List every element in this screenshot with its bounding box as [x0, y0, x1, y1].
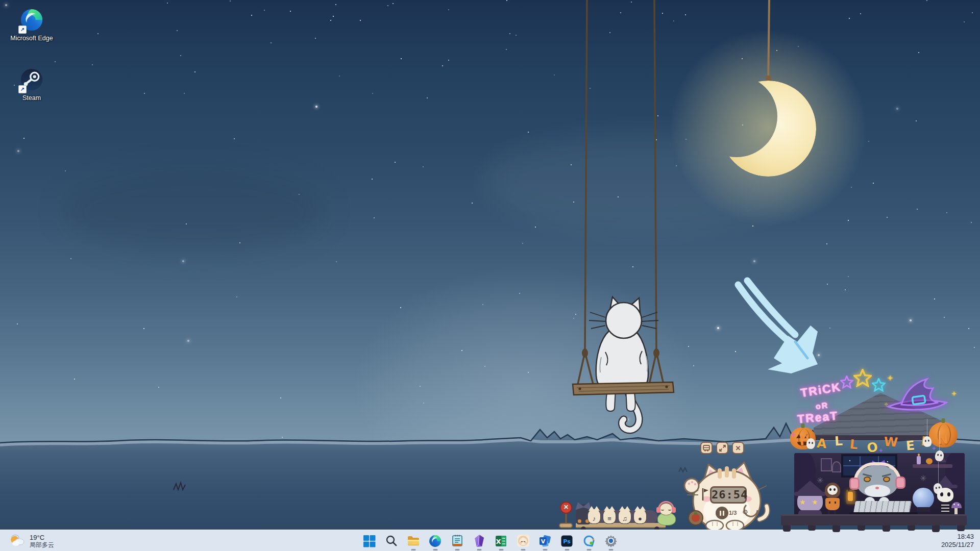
taskbar-search-button[interactable] — [380, 530, 402, 551]
star — [522, 243, 523, 244]
star — [896, 108, 898, 110]
taskbar-file-explorer-button[interactable] — [402, 530, 424, 551]
star — [848, 276, 849, 277]
star — [372, 179, 373, 180]
star — [972, 12, 973, 13]
notepad-icon — [451, 534, 463, 547]
star — [387, 5, 388, 6]
star — [315, 38, 316, 39]
star — [92, 64, 93, 65]
session-progress: 1/3 — [729, 510, 737, 516]
taskbar-photoshop-button[interactable]: Ps — [556, 530, 578, 551]
star — [290, 11, 291, 12]
tomato-badge[interactable] — [688, 510, 703, 525]
star — [472, 203, 473, 204]
taskbar-weather-widget[interactable]: 19°C 局部多云 — [7, 532, 57, 549]
star — [239, 242, 240, 243]
star — [187, 340, 189, 342]
taskbar-excel-button[interactable]: X — [490, 530, 512, 551]
taskbar-notepad-button[interactable] — [446, 530, 468, 551]
star — [448, 9, 449, 10]
dock-panel-button[interactable] — [700, 442, 713, 454]
star — [916, 120, 917, 121]
banner-letter: W — [884, 434, 899, 450]
taskbar-apps: X V — [358, 530, 622, 551]
star — [535, 227, 536, 228]
taskbar-visio-button[interactable]: V — [534, 530, 556, 551]
star — [194, 71, 195, 72]
star — [143, 328, 144, 329]
star — [55, 61, 56, 62]
star — [271, 42, 272, 43]
svg-text:X: X — [496, 537, 501, 545]
banner-letter: L — [849, 437, 859, 453]
star — [506, 49, 507, 50]
pause-button[interactable] — [716, 507, 728, 519]
headphones-icon — [853, 462, 901, 483]
desktop-icon-steam[interactable]: ↗ Steam — [7, 68, 56, 102]
candle — [917, 456, 921, 464]
star — [934, 298, 935, 299]
banner-letter: L — [835, 434, 843, 449]
cat-button-disc[interactable]: ● — [633, 509, 647, 524]
spider-web-icon: ✳ — [920, 473, 926, 483]
star — [182, 260, 184, 262]
star — [944, 317, 945, 318]
taskbar-pet-cat-app-button[interactable] — [512, 530, 534, 551]
star — [753, 260, 755, 262]
cat-button-music-note[interactable]: ♪ — [587, 509, 601, 524]
small-pumpkin — [926, 458, 933, 464]
svg-text:Ps: Ps — [563, 538, 571, 545]
star — [5, 4, 7, 6]
star — [372, 93, 373, 94]
cat-music-bar-widget[interactable]: ✕ ♪ ≡ ♫ ● — [554, 499, 678, 531]
star — [236, 296, 237, 297]
banner-letter: E — [905, 438, 916, 453]
sparkle-icon: ✦ — [951, 390, 957, 397]
swing-cat-illustration — [556, 0, 689, 439]
star — [360, 20, 361, 21]
taskbar-start-button[interactable] — [358, 530, 380, 551]
star — [873, 183, 874, 184]
weather-temperature: 19°C — [30, 534, 54, 541]
gear-icon[interactable]: ⚙ — [742, 508, 748, 516]
expand-button[interactable] — [716, 442, 728, 454]
neon-trick-text: TRiCK — [799, 380, 842, 400]
pomodoro-cat-widget[interactable]: ✕ — [683, 438, 771, 530]
halloween-widget[interactable]: TRiCK oR TReaT ✦ ✦ ✧ HALLOWEEN + + — [779, 370, 969, 536]
star — [974, 347, 975, 348]
neon-witch-hat-icon — [885, 377, 949, 415]
star — [330, 20, 331, 21]
star — [442, 65, 443, 66]
stop-sign-button[interactable]: ✕ — [560, 502, 572, 514]
cat-button-music-notes[interactable]: ♫ — [618, 509, 631, 524]
star — [299, 194, 300, 195]
weather-condition: 局部多云 — [30, 541, 54, 548]
star — [333, 16, 334, 17]
star — [717, 327, 719, 329]
star — [860, 13, 861, 14]
star — [964, 21, 965, 22]
close-button[interactable]: ✕ — [732, 442, 744, 454]
svg-text:V: V — [541, 538, 546, 544]
desktop-icon-edge[interactable]: ↗ Microsoft Edge — [7, 8, 56, 42]
star — [97, 33, 99, 34]
neon-star-yellow-icon — [853, 369, 872, 387]
star — [315, 106, 317, 108]
star — [335, 4, 336, 5]
shortcut-arrow-icon: ↗ — [18, 26, 27, 34]
taskbar-edge-button[interactable] — [424, 530, 446, 551]
taskbar-obsidian-button[interactable] — [468, 530, 490, 551]
taskbar-settings-button[interactable] — [600, 530, 622, 551]
star — [448, 60, 449, 61]
banner-letter: A — [816, 436, 827, 452]
partly-cloudy-icon — [10, 533, 26, 548]
star — [509, 33, 510, 34]
cat-button-playlist[interactable]: ≡ — [603, 509, 616, 524]
star — [926, 0, 927, 1]
star — [74, 379, 75, 380]
platform-legs — [783, 525, 965, 532]
taskbar-qq-chat-button[interactable] — [578, 530, 600, 551]
cross-sparkle-icon: + — [932, 444, 936, 452]
ghost — [806, 438, 816, 449]
